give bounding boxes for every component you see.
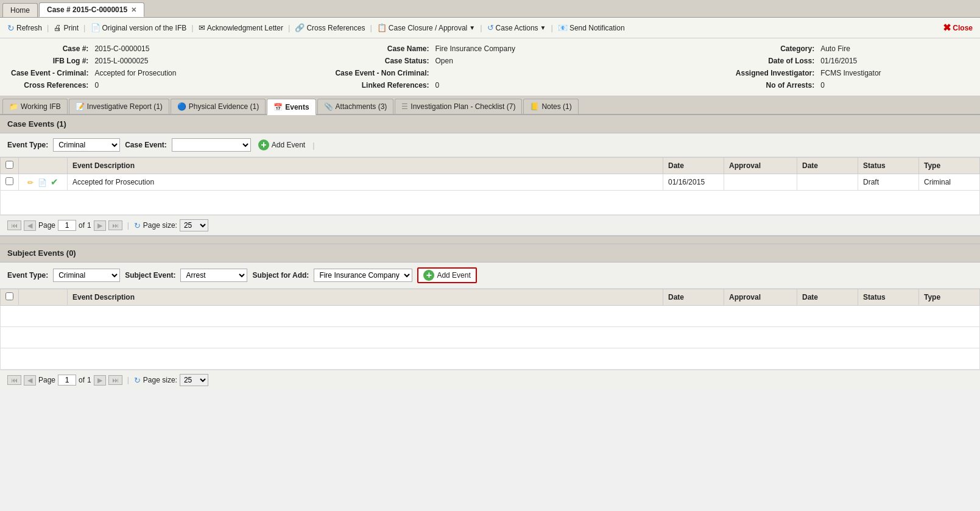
subject-for-add-label: Subject for Add:	[252, 271, 309, 280]
case-event-label: Case Event:	[125, 141, 167, 149]
case-number-label: Case #:	[1, 43, 91, 54]
main-content: Case Events (1) Event Type: CriminalNon …	[0, 115, 980, 390]
case-events-last-page-btn[interactable]: ⏭	[108, 220, 122, 230]
refresh-small-icon[interactable]: ↻	[134, 221, 141, 230]
browser-tab-bar: Home Case # 2015-C-0000015 ✕	[0, 0, 980, 18]
case-events-table: Event Description Date Approval Date Sta…	[0, 157, 980, 215]
case-events-row-status: Draft	[858, 174, 919, 191]
subject-events-page-size-select[interactable]: 2550100	[180, 374, 208, 386]
case-events-col-checkbox	[1, 158, 19, 174]
subject-events-first-page-btn[interactable]: ⏮	[7, 375, 21, 385]
checklist-icon: ☰	[401, 102, 408, 111]
case-info: Case #: 2015-C-0000015 Case Name: Fire I…	[0, 38, 980, 96]
subject-events-section: Subject Events (0) Event Type: CriminalN…	[0, 244, 980, 390]
close-icon: ✖	[943, 22, 951, 33]
case-events-row-date: 01/16/2015	[663, 174, 724, 191]
subject-add-event-circle-icon: +	[423, 270, 434, 281]
refresh-button[interactable]: ↻ Refresh	[5, 22, 44, 34]
subject-events-col-type: Type	[919, 289, 980, 306]
case-event-non-criminal-value	[432, 68, 731, 79]
tab-investigation-plan-checklist[interactable]: ☰ Investigation Plan - Checklist (7)	[395, 99, 522, 114]
tab-attachments[interactable]: 📎 Attachments (3)	[317, 99, 394, 114]
case-events-first-page-btn[interactable]: ⏮	[7, 220, 21, 230]
case-events-row-type: Criminal	[919, 174, 980, 191]
assigned-investigator-label: Assigned Investigator:	[733, 68, 817, 79]
date-of-loss-label: Date of Loss:	[733, 55, 817, 66]
assigned-investigator-value: FCMS Investigator	[818, 68, 979, 79]
photo-icon: 🔵	[177, 102, 186, 111]
subject-events-page-size-label: Page size:	[143, 376, 177, 384]
subject-events-next-page-btn[interactable]: ▶	[94, 375, 106, 386]
case-events-case-event-select[interactable]	[172, 138, 251, 152]
subject-events-of-label: of	[79, 376, 85, 384]
tab-home[interactable]: Home	[2, 3, 38, 17]
linked-references-value: 0	[432, 80, 731, 91]
tab-events[interactable]: 📅 Events	[267, 99, 316, 115]
subject-events-col-event-description: Event Description	[68, 289, 663, 306]
case-events-col-approval-date: Date	[797, 158, 858, 174]
event-type-label: Event Type:	[7, 141, 48, 149]
tab-investigative-report[interactable]: 📝 Investigative Report (1)	[69, 99, 169, 114]
case-events-row-checkbox[interactable]	[5, 177, 13, 185]
close-tab-icon[interactable]: ✕	[131, 6, 136, 14]
refresh-icon: ↻	[7, 23, 15, 33]
case-actions-button[interactable]: ↺ Case Actions ▼	[485, 22, 549, 33]
copy-page-icon[interactable]: 📄	[38, 178, 47, 187]
case-events-total-pages: 1	[87, 221, 91, 230]
case-event-criminal-value: Accepted for Prosecution	[92, 68, 331, 79]
subject-events-col-date: Date	[663, 289, 724, 306]
tab-notes[interactable]: 📒 Notes (1)	[523, 99, 578, 114]
case-closure-icon: 📋	[377, 23, 387, 32]
pipe-separator: |	[312, 141, 314, 150]
subject-events-col-approval-date: Date	[797, 289, 858, 306]
tab-case[interactable]: Case # 2015-C-0000015 ✕	[39, 2, 144, 17]
subject-events-select-all-checkbox[interactable]	[5, 292, 13, 300]
cross-references-label: Cross References:	[1, 80, 91, 91]
subject-event-type-label: Event Type:	[7, 271, 48, 280]
subject-events-refresh-icon[interactable]: ↻	[134, 376, 141, 385]
subject-events-col-checkbox	[1, 289, 19, 306]
case-actions-dropdown-icon: ▼	[540, 24, 546, 31]
subject-events-page-input[interactable]	[58, 375, 76, 386]
subject-for-add-select[interactable]: Fire Insurance Company	[314, 269, 412, 282]
subject-events-header: Subject Events (0)	[0, 244, 980, 263]
case-events-event-type-select[interactable]: CriminalNon Criminal	[53, 138, 120, 152]
category-label: Category:	[733, 43, 817, 54]
subject-events-add-event-button[interactable]: + Add Event	[417, 267, 476, 283]
green-check-icon[interactable]: ✔	[51, 177, 58, 187]
ack-letter-icon: ✉	[199, 23, 205, 32]
subject-events-last-page-btn[interactable]: ⏭	[108, 375, 122, 385]
tab-working-ifb[interactable]: 📁 Working IFB	[2, 99, 68, 114]
edit-pencil-icon[interactable]: ✏	[27, 178, 33, 187]
send-notification-button[interactable]: 📧 Send Notification	[555, 22, 627, 33]
case-status-value: Open	[432, 55, 731, 66]
print-button[interactable]: 🖨 Print	[51, 22, 81, 33]
subject-events-event-type-select[interactable]: CriminalNon Criminal	[53, 269, 120, 282]
folder-icon: 📁	[9, 102, 18, 111]
subject-events-prev-page-btn[interactable]: ◀	[24, 375, 36, 386]
original-ifb-button[interactable]: 📄 Original version of the IFB	[88, 22, 189, 33]
close-button[interactable]: ✖ Close	[940, 21, 975, 35]
case-event-criminal-label: Case Event - Criminal:	[1, 68, 91, 79]
subject-events-empty-row-2	[1, 327, 980, 348]
case-events-prev-page-btn[interactable]: ◀	[24, 220, 36, 231]
case-events-page-size-select[interactable]: 2550100	[180, 219, 208, 231]
case-status-label: Case Status:	[333, 55, 431, 66]
case-events-col-type: Type	[919, 158, 980, 174]
subject-event-select[interactable]: Arrest	[180, 269, 247, 282]
case-events-select-all-checkbox[interactable]	[5, 161, 13, 169]
tab-physical-evidence[interactable]: 🔵 Physical Evidence (1)	[171, 99, 266, 114]
cross-references-button[interactable]: 🔗 Cross References	[292, 22, 367, 33]
cross-references-icon: 🔗	[295, 23, 305, 32]
case-events-page-input[interactable]	[58, 220, 76, 231]
linked-references-label: Linked References:	[333, 80, 431, 91]
category-value: Auto Fire	[818, 43, 979, 54]
cross-references-value: 0	[92, 80, 331, 91]
case-events-next-page-btn[interactable]: ▶	[94, 220, 106, 231]
case-closure-button[interactable]: 📋 Case Closure / Approval ▼	[375, 22, 478, 33]
case-closure-dropdown-icon: ▼	[469, 24, 475, 31]
ack-letter-button[interactable]: ✉ Acknowledgment Letter	[196, 22, 286, 33]
case-events-add-event-button[interactable]: + Add Event	[256, 138, 308, 152]
ifb-log-value: 2015-L-0000025	[92, 55, 331, 66]
case-events-section: Case Events (1) Event Type: CriminalNon …	[0, 115, 980, 236]
